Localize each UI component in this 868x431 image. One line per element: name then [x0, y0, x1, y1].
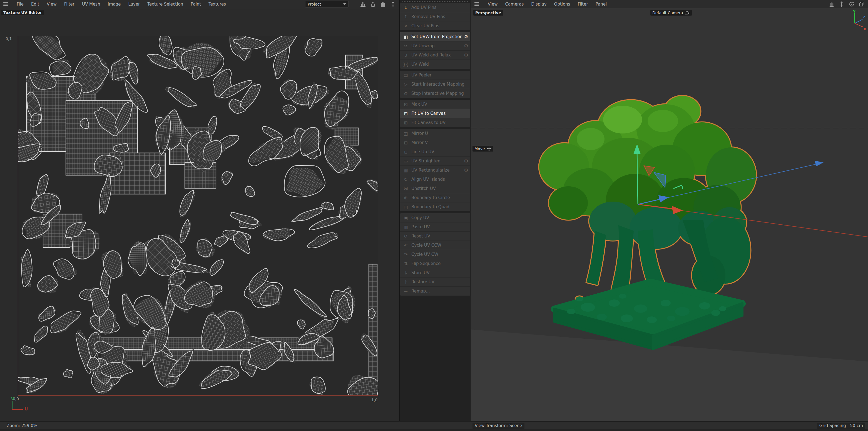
gear-options-icon[interactable]: ⚙: [462, 158, 470, 164]
menu-item-file[interactable]: File: [17, 2, 24, 7]
menu-item-cameras[interactable]: Cameras: [505, 2, 524, 7]
camera-label[interactable]: Default Camera: [650, 10, 692, 16]
gear-options-icon[interactable]: ⚙: [462, 34, 470, 39]
status-bar-strip: [0, 429, 868, 431]
pin-clear-icon: ×: [400, 23, 411, 29]
command-max-uv[interactable]: ⊠Max UV: [400, 100, 470, 109]
move-tool-icon: [487, 146, 491, 151]
command-label: Fit Canvas to UV: [411, 120, 470, 125]
command-unstitch-uv[interactable]: ⋈Unstitch UV: [400, 184, 470, 193]
uv-command-group: ▣Copy UV▥Paste UV↺Reset UV↶Cycle UV CCW↷…: [400, 213, 470, 296]
uv-straighten-icon: ▭: [400, 158, 411, 164]
mirror-v-icon: ⊟: [400, 140, 411, 146]
boundary-to-quad-icon: □: [400, 204, 411, 210]
pin-add-icon: ↧: [400, 5, 411, 10]
command-remap[interactable]: ⊸Remap...: [400, 286, 470, 296]
uv-command-group: ▤UV Peeler▷Start Interactive Mapping⊘Sto…: [400, 71, 470, 98]
command-line-up-uv[interactable]: ⊔Line Up UV: [400, 147, 470, 156]
command-label: Add UV Pins: [411, 5, 470, 10]
command-fit-uv-to-canvas[interactable]: ⊡Fit UV to Canvas: [400, 109, 470, 118]
pan-hand-icon[interactable]: [380, 1, 386, 7]
uv-command-group: ◧Set UVW from Projection⚙≋UV Unwrap⚙∪UV …: [400, 32, 470, 69]
menu-item-layer[interactable]: Layer: [128, 2, 140, 7]
zoom-vertical-icon[interactable]: [390, 1, 396, 7]
zoom-vertical-icon[interactable]: [839, 1, 845, 7]
command-uv-weld-and-relax[interactable]: ∪UV Weld and Relax⚙: [400, 50, 470, 60]
command-uv-weld[interactable]: }{UV Weld: [400, 60, 470, 69]
command-fit-canvas-to-uv[interactable]: ⊞Fit Canvas to UV: [400, 118, 470, 127]
command-reset-uv[interactable]: ↺Reset UV: [400, 232, 470, 241]
command-restore-uv[interactable]: ↑Restore UV: [400, 277, 470, 286]
menu-item-filter[interactable]: Filter: [64, 2, 74, 7]
hamburger-menu-icon[interactable]: [474, 2, 479, 6]
command-set-uvw-from-projection[interactable]: ◧Set UVW from Projection⚙: [400, 32, 470, 41]
menu-item-display[interactable]: Display: [531, 2, 547, 7]
command-label: Max UV: [411, 102, 470, 107]
hamburger-menu-icon[interactable]: [3, 2, 8, 6]
command-uv-rectangularize[interactable]: ▦UV Rectangularize⚙: [400, 165, 470, 175]
command-label: UV Unwrap: [411, 43, 462, 49]
command-mirror-u[interactable]: ◫Mirror U: [400, 129, 470, 138]
grid-spacing-readout: Grid Spacing : 50 cm: [817, 423, 865, 429]
command-mirror-v[interactable]: ⊟Mirror V: [400, 138, 470, 147]
cycle-uv-cw-icon: ↷: [400, 252, 411, 257]
command-label: UV Straighten: [411, 158, 462, 163]
boundary-to-circle-icon: ⊚: [400, 195, 411, 201]
menu-item-paint[interactable]: Paint: [191, 2, 201, 7]
uv-command-group: ⊠Max UV⊡Fit UV to Canvas⊞Fit Canvas to U…: [400, 100, 470, 127]
pan-hand-icon[interactable]: [829, 1, 835, 7]
menu-item-textures[interactable]: Textures: [209, 2, 226, 7]
command-label: Unstitch UV: [411, 186, 470, 191]
command-label: Store UV: [411, 270, 470, 275]
command-flip-sequence[interactable]: ⇅Flip Sequence: [400, 259, 470, 268]
command-label: Copy UV: [411, 215, 470, 220]
restore-uv-icon: ↑: [400, 279, 411, 285]
menu-item-view[interactable]: View: [47, 2, 57, 7]
command-boundary-to-quad[interactable]: □Boundary to Quad: [400, 202, 470, 211]
command-label: Start Interactive Mapping: [411, 82, 470, 87]
menu-item-view[interactable]: View: [488, 2, 498, 7]
project-dropdown[interactable]: Project: [305, 1, 348, 7]
gear-options-icon[interactable]: ⚙: [462, 167, 470, 173]
menu-item-panel[interactable]: Panel: [596, 2, 607, 7]
command-cycle-uv-cw[interactable]: ↷Cycle UV CW: [400, 250, 470, 259]
menu-item-uv-mesh[interactable]: UV Mesh: [82, 2, 100, 7]
menu-item-filter[interactable]: Filter: [578, 2, 588, 7]
command-start-interactive-mapping[interactable]: ▷Start Interactive Mapping: [400, 80, 470, 89]
command-stop-interactive-mapping[interactable]: ⊘Stop Interactive Mapping: [400, 89, 470, 98]
gear-options-icon[interactable]: ⚙: [462, 52, 470, 58]
chevron-down-icon: [343, 3, 346, 5]
command-store-uv[interactable]: ↓Store UV: [400, 268, 470, 277]
menu-item-edit[interactable]: Edit: [31, 2, 39, 7]
maximize-icon[interactable]: [859, 1, 865, 7]
histogram-icon[interactable]: [360, 1, 366, 7]
menu-item-image[interactable]: Image: [107, 2, 121, 7]
uv-v-axis-line: [18, 36, 18, 395]
menu-item-texture-selection[interactable]: Texture Selection: [147, 2, 183, 7]
command-align-uv-islands[interactable]: ↻Align UV Islands: [400, 175, 470, 184]
menu-item-options[interactable]: Options: [554, 2, 570, 7]
command-clear-uv-pins[interactable]: ×Clear UV Pins: [400, 21, 470, 30]
command-cycle-uv-ccw[interactable]: ↶Cycle UV CCW: [400, 241, 470, 250]
command-add-uv-pins[interactable]: ↧Add UV Pins: [400, 3, 470, 12]
command-label: Restore UV: [411, 279, 470, 284]
pin-remove-icon: ↥: [400, 14, 411, 20]
command-boundary-to-circle[interactable]: ⊚Boundary to Circle: [400, 193, 470, 202]
palette-drag-handle[interactable]: [402, 1, 468, 3]
zoom-readout: Zoom: 259.0%: [7, 423, 37, 428]
command-uv-peeler[interactable]: ▤UV Peeler: [400, 71, 470, 80]
command-paste-uv[interactable]: ▥Paste UV: [400, 222, 470, 232]
command-label: Flip Sequence: [411, 261, 470, 266]
command-uv-straighten[interactable]: ▭UV Straighten⚙: [400, 156, 470, 165]
command-remove-uv-pins[interactable]: ↥Remove UV Pins: [400, 12, 470, 21]
command-copy-uv[interactable]: ▣Copy UV: [400, 213, 470, 222]
align-uv-islands-icon: ↻: [400, 177, 411, 182]
lock-open-icon[interactable]: [370, 1, 376, 7]
command-uv-unwrap[interactable]: ≋UV Unwrap⚙: [400, 41, 470, 50]
perspective-viewport[interactable]: Perspective Default Camera Move Y Z X: [471, 8, 868, 422]
orbit-icon[interactable]: [848, 1, 855, 7]
cycle-uv-ccw-icon: ↶: [400, 243, 411, 248]
gear-options-icon[interactable]: ⚙: [462, 43, 470, 49]
uv-map-canvas[interactable]: [18, 36, 378, 395]
axis-y-label: Y: [853, 10, 856, 13]
